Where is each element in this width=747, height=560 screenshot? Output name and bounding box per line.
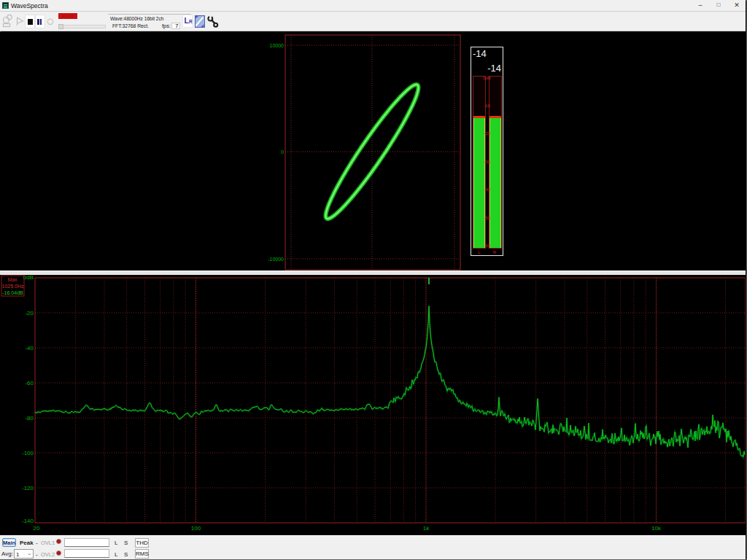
svg-text:1025.0Hz: 1025.0Hz — [2, 284, 24, 289]
svg-text:Max: Max — [7, 277, 18, 282]
svg-text:-140: -140 — [22, 518, 34, 524]
svg-text:100: 100 — [191, 525, 201, 532]
svg-text:20: 20 — [34, 525, 40, 532]
svg-text:0: 0 — [281, 149, 284, 155]
svg-text:-120: -120 — [22, 485, 34, 491]
svg-text:10k: 10k — [651, 525, 662, 532]
svg-text:-20: -20 — [25, 310, 34, 316]
svg-text:-60: -60 — [25, 380, 34, 386]
svg-text:10000: 10000 — [270, 43, 285, 48]
svg-text:1k: 1k — [423, 525, 430, 532]
svg-text:0dB: 0dB — [23, 275, 34, 281]
svg-text:-100: -100 — [22, 450, 34, 456]
svg-text:-16.04dB: -16.04dB — [2, 290, 23, 295]
svg-text:-80: -80 — [25, 415, 34, 421]
svg-text:-10000: -10000 — [268, 257, 284, 262]
svg-text:-40: -40 — [25, 345, 34, 351]
